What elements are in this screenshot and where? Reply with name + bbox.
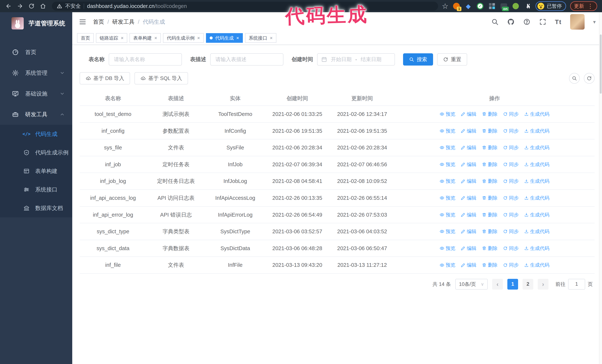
extension-icon-on[interactable]: on	[500, 2, 508, 10]
preview-link[interactable]: 预览	[440, 262, 455, 268]
browser-profile-chip[interactable]: 已暂停	[536, 1, 566, 11]
preview-link[interactable]: 预览	[440, 128, 455, 134]
scrollbar-track[interactable]	[599, 12, 602, 364]
delete-link[interactable]: 删除	[482, 195, 497, 201]
text-size-icon[interactable]: Tt	[555, 18, 562, 26]
tab-trace[interactable]: 链路追踪×	[96, 33, 127, 43]
delete-link[interactable]: 删除	[482, 245, 497, 252]
sidebar-item-form-builder[interactable]: 表单构建	[0, 162, 72, 180]
edit-link[interactable]: 编辑	[461, 178, 476, 184]
sync-link[interactable]: 同步	[503, 144, 519, 151]
extensions-puzzle-icon[interactable]	[524, 2, 531, 10]
preview-link[interactable]: 预览	[440, 178, 455, 184]
tab-code-generation[interactable]: 代码生成×	[206, 33, 243, 43]
edit-link[interactable]: 编辑	[461, 211, 476, 218]
close-icon[interactable]: ×	[154, 35, 157, 41]
sync-link[interactable]: 同步	[503, 228, 519, 235]
extension-icon-check[interactable]: ✓	[476, 2, 484, 10]
prev-page-button[interactable]: ‹	[492, 279, 503, 290]
edit-link[interactable]: 编辑	[461, 161, 476, 168]
search-button[interactable]: 搜索	[403, 53, 433, 65]
extension-icon-grid[interactable]	[488, 2, 496, 10]
search-icon[interactable]	[491, 18, 499, 26]
edit-link[interactable]: 编辑	[461, 195, 476, 201]
sidebar-item-database-docs[interactable]: 数据库文档	[0, 199, 72, 217]
close-icon[interactable]: ×	[121, 35, 124, 41]
browser-forward-button[interactable]	[15, 1, 25, 11]
sidebar-item-system-management[interactable]: 系统管理	[0, 62, 72, 83]
hamburger-menu-icon[interactable]	[78, 18, 87, 26]
sync-link[interactable]: 同步	[503, 195, 519, 201]
breadcrumb-dev-tools[interactable]: 研发工具	[112, 18, 134, 26]
refresh-table-button[interactable]	[584, 73, 595, 84]
sidebar-item-home[interactable]: 首页	[0, 42, 72, 62]
table-desc-input[interactable]	[210, 53, 283, 65]
generate-code-link[interactable]: 生成代码	[524, 161, 549, 168]
breadcrumb-home[interactable]: 首页	[93, 18, 104, 26]
sidebar-item-system-api[interactable]: 系统接口	[0, 180, 72, 199]
tab-system-api[interactable]: 系统接口×	[245, 33, 276, 43]
generate-code-link[interactable]: 生成代码	[524, 195, 549, 201]
generate-code-link[interactable]: 生成代码	[524, 144, 549, 151]
preview-link[interactable]: 预览	[440, 111, 455, 117]
date-start-input[interactable]: 开始日期	[331, 56, 352, 63]
date-range-picker[interactable]: 开始日期 - 结束日期	[317, 53, 395, 65]
close-icon[interactable]: ×	[270, 35, 273, 41]
generate-code-link[interactable]: 生成代码	[524, 245, 549, 252]
reset-button[interactable]: 重置	[437, 53, 467, 65]
tab-codegen-example[interactable]: 代码生成示例×	[163, 33, 204, 43]
sidebar-logo[interactable]: 芋道管理系统	[0, 12, 72, 34]
date-end-input[interactable]: 结束日期	[361, 56, 381, 63]
browser-home-button[interactable]	[38, 1, 48, 11]
page-size-select[interactable]: 10条/页 ∨	[455, 279, 488, 290]
user-avatar[interactable]	[570, 14, 585, 30]
close-icon[interactable]: ×	[236, 35, 239, 41]
browser-reload-button[interactable]	[26, 1, 37, 11]
preview-link[interactable]: 预览	[440, 144, 455, 151]
sync-link[interactable]: 同步	[503, 111, 519, 117]
goto-page-input[interactable]	[568, 279, 585, 290]
edit-link[interactable]: 编辑	[461, 228, 476, 235]
delete-link[interactable]: 删除	[482, 178, 497, 184]
sync-link[interactable]: 同步	[503, 211, 519, 218]
edit-link[interactable]: 编辑	[461, 245, 476, 252]
preview-link[interactable]: 预览	[440, 195, 455, 201]
sidebar-item-codegen-example[interactable]: 代码生成示例	[0, 143, 72, 162]
table-name-input[interactable]	[109, 53, 182, 65]
generate-code-link[interactable]: 生成代码	[524, 211, 549, 218]
address-bar[interactable]: 不安全 dashboard.yudao.iocoder.cn/tool/code…	[52, 2, 438, 10]
extension-icon-1[interactable]: 1	[452, 2, 460, 10]
page-button-1[interactable]: 1	[507, 279, 518, 290]
delete-link[interactable]: 删除	[482, 144, 497, 151]
sidebar-item-dev-tools[interactable]: 研发工具	[0, 104, 72, 125]
preview-link[interactable]: 预览	[440, 245, 455, 252]
browser-back-button[interactable]	[3, 1, 14, 11]
delete-link[interactable]: 删除	[482, 262, 497, 268]
generate-code-link[interactable]: 生成代码	[524, 178, 549, 184]
fullscreen-icon[interactable]	[539, 18, 547, 26]
edit-link[interactable]: 编辑	[461, 111, 476, 117]
preview-link[interactable]: 预览	[440, 161, 455, 168]
import-db-button[interactable]: 基于 DB 导入	[80, 72, 130, 84]
delete-link[interactable]: 删除	[482, 161, 497, 168]
tab-home[interactable]: 首页	[77, 33, 94, 43]
toggle-search-button[interactable]	[569, 73, 580, 84]
generate-code-link[interactable]: 生成代码	[524, 228, 549, 235]
next-page-button[interactable]: ›	[538, 279, 548, 290]
delete-link[interactable]: 删除	[482, 211, 497, 218]
close-icon[interactable]: ×	[197, 35, 200, 41]
sidebar-item-infrastructure[interactable]: 基础设施	[0, 83, 72, 104]
preview-link[interactable]: 预览	[440, 211, 455, 218]
edit-link[interactable]: 编辑	[461, 144, 476, 151]
sync-link[interactable]: 同步	[503, 262, 519, 268]
sync-link[interactable]: 同步	[503, 178, 519, 184]
browser-menu-dots-icon[interactable]: ⋮	[587, 3, 593, 10]
delete-link[interactable]: 删除	[482, 111, 497, 117]
browser-update-button[interactable]: 更新 ⋮	[570, 1, 597, 11]
caret-down-icon[interactable]: ▾	[593, 19, 596, 25]
help-icon[interactable]	[523, 18, 530, 26]
preview-link[interactable]: 预览	[440, 228, 455, 235]
tab-form-builder[interactable]: 表单构建×	[129, 33, 161, 43]
edit-link[interactable]: 编辑	[461, 262, 476, 268]
extension-icon-droid[interactable]	[512, 2, 520, 10]
